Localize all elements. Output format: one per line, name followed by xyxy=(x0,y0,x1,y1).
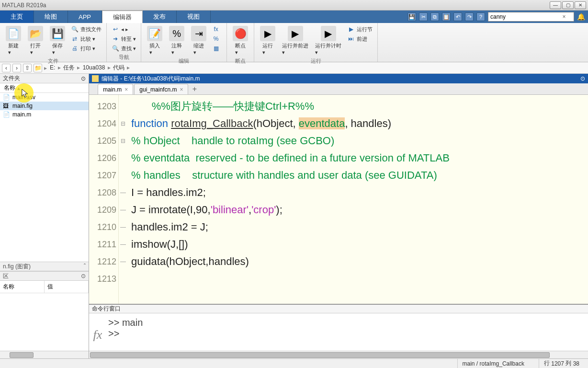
file-item[interactable]: 🖼main.fig xyxy=(0,102,89,110)
maximize-button[interactable]: ▢ xyxy=(562,1,574,9)
ribbon-打开[interactable]: 📂打开▾ xyxy=(26,25,45,57)
main-tabbar: 主页绘图APP编辑器发布视图 💾 ✂ ⧉ 📋 ↶ ↷ ? × 🔔 xyxy=(0,11,588,23)
ribbon-small-查找 ▾[interactable]: 🔍查找 ▾ xyxy=(111,44,137,53)
ribbon-small-前进[interactable]: ⏭前进 xyxy=(346,34,373,43)
file-item[interactable]: 📄main.asv xyxy=(0,93,89,102)
paste-icon[interactable]: 📋 xyxy=(442,12,451,21)
ribbon-保存[interactable]: 💾保存▾ xyxy=(48,25,67,57)
fold-column: ⊟⊟————— xyxy=(119,95,127,304)
save-icon[interactable]: 💾 xyxy=(407,12,416,21)
ribbon-新建[interactable]: 📄新建▾ xyxy=(4,25,23,57)
ribbon: 📄新建▾📂打开▾💾保存▾🔍查找文件⇄比较 ▾🖨打印 ▾文件↩◂ ▸➜转至 ▾🔍查… xyxy=(0,23,588,62)
close-tab-icon[interactable]: × xyxy=(180,86,183,93)
ribbon-small-转至 ▾[interactable]: ➜转至 ▾ xyxy=(111,34,137,43)
sidebar-scrollbar[interactable] xyxy=(0,351,89,358)
breadcrumb-0[interactable]: E: xyxy=(49,64,56,71)
command-text[interactable]: >> main>> xyxy=(106,313,588,351)
doc-search[interactable]: × xyxy=(488,12,574,22)
main-tab-0[interactable]: 主页 xyxy=(0,11,34,23)
window-buttons: — ▢ ✕ xyxy=(550,1,586,9)
file-list: 📄main.asv🖼main.fig📄main.m xyxy=(0,93,89,177)
code-content[interactable]: %%图片旋转——快捷键Ctrl+R%%function rotaImg_Call… xyxy=(127,95,588,304)
fx-icon[interactable]: fx xyxy=(89,313,106,351)
minimize-button[interactable]: — xyxy=(550,1,561,9)
status-context: main / rotaImg_Callback xyxy=(457,359,529,368)
notification-icon[interactable]: 🔔 xyxy=(577,13,585,21)
main-tab-5[interactable]: 视图 xyxy=(177,11,211,23)
command-window-header: 命令行窗口 xyxy=(89,305,588,313)
nav-fwd-icon[interactable]: › xyxy=(12,64,21,72)
cursor-highlight xyxy=(14,83,34,103)
left-sidebar: 文件夹 ⊙ 名称 ▴ 📄main.asv🖼main.fig📄main.m n.f… xyxy=(0,74,89,358)
quick-access-bar: 💾 ✂ ⧉ 📋 ↶ ↷ ? × 🔔 xyxy=(405,11,588,23)
pane-menu-icon[interactable]: ⊙ xyxy=(81,75,86,82)
ribbon-small-◂ ▸[interactable]: ↩◂ ▸ xyxy=(111,25,137,34)
ribbon-缩进[interactable]: ⇥缩进▾ xyxy=(189,25,208,57)
ribbon-small-运行节[interactable]: ▶运行节 xyxy=(346,25,373,34)
ribbon-运行并前进[interactable]: ▶运行并前进▾ xyxy=(280,25,310,57)
ribbon-small-[interactable]: fx xyxy=(211,25,223,34)
ribbon-small-打印 ▾[interactable]: 🖨打印 ▾ xyxy=(70,44,102,53)
file-item[interactable]: 📄main.m xyxy=(0,110,89,119)
close-tab-icon[interactable]: × xyxy=(124,86,128,93)
ribbon-small-[interactable]: % xyxy=(211,34,223,43)
window-title: MATLAB R2019a xyxy=(2,2,46,9)
editor-tab[interactable]: gui_mainfcn.m× xyxy=(134,84,188,94)
window-titlebar: MATLAB R2019a — ▢ ✕ xyxy=(0,0,588,11)
ribbon-运行[interactable]: ▶运行▾ xyxy=(258,25,277,57)
editor-icon xyxy=(92,75,99,82)
preview-header: n.fig (图窗)ˆ xyxy=(0,262,89,271)
redo-icon[interactable]: ↷ xyxy=(465,12,474,21)
ribbon-small-[interactable]: ▦ xyxy=(211,44,223,53)
editor-tab[interactable]: main.m× xyxy=(98,84,133,94)
breadcrumb-1[interactable]: 任务 xyxy=(62,64,76,71)
doc-search-input[interactable] xyxy=(488,13,560,20)
editor-menu-icon[interactable]: ⊙ xyxy=(580,75,585,82)
nav-up-icon[interactable]: ⇧ xyxy=(23,64,32,72)
command-scrollbar[interactable] xyxy=(89,351,588,358)
command-window: 命令行窗口 fx >> main>> xyxy=(89,304,588,358)
nav-back-icon[interactable]: ‹ xyxy=(2,64,11,72)
ribbon-small-查找文件[interactable]: 🔍查找文件 xyxy=(70,25,102,34)
folder-pane-header: 文件夹 ⊙ xyxy=(0,74,89,83)
ribbon-插入[interactable]: 📝插入▾ xyxy=(145,25,164,57)
folder-icon[interactable]: 📁 xyxy=(34,64,42,72)
undo-icon[interactable]: ↶ xyxy=(453,12,462,21)
ribbon-断点[interactable]: 🔴断点▾ xyxy=(231,25,250,57)
ribbon-small-比较 ▾[interactable]: ⇄比较 ▾ xyxy=(70,34,102,43)
clear-search-icon[interactable]: × xyxy=(560,13,568,20)
code-editor[interactable]: 1203120412051206120712081209121012111212… xyxy=(89,95,588,304)
workspace-columns: 名称 值 xyxy=(0,281,89,293)
copy-icon[interactable]: ⧉ xyxy=(430,12,439,21)
breadcrumb-2[interactable]: 10ua038 xyxy=(82,64,106,71)
workspace-header: 区⊙ xyxy=(0,271,89,281)
status-bar: main / rotaImg_Callback 行 1207 列 38 xyxy=(0,358,588,368)
editor-titlebar: 编辑器 - E:\任务\10ua038\代码\main.m ⊙ xyxy=(89,74,588,83)
main-tab-1[interactable]: 绘图 xyxy=(34,11,68,23)
main-tab-4[interactable]: 发布 xyxy=(143,11,177,23)
line-gutter: 1203120412051206120712081209121012111212… xyxy=(89,95,119,304)
cut-icon[interactable]: ✂ xyxy=(419,12,428,21)
close-button[interactable]: ✕ xyxy=(575,1,586,9)
add-tab-button[interactable]: + xyxy=(189,84,200,94)
main-tab-2[interactable]: APP xyxy=(68,11,102,23)
ribbon-注释[interactable]: %注释▾ xyxy=(167,25,186,57)
editor-file-tabs: main.m×gui_mainfcn.m×+ xyxy=(89,83,588,95)
ribbon-运行并计时[interactable]: ▶运行并计时▾ xyxy=(313,25,343,57)
help-icon[interactable]: ? xyxy=(476,12,485,21)
editor-pane: 编辑器 - E:\任务\10ua038\代码\main.m ⊙ main.m×g… xyxy=(89,74,588,358)
folder-column-header[interactable]: 名称 ▴ xyxy=(0,83,89,93)
breadcrumb-3[interactable]: 代码 xyxy=(112,64,125,71)
status-line: 行 1207 列 38 xyxy=(539,359,584,368)
main-tab-3[interactable]: 编辑器 xyxy=(102,11,143,23)
